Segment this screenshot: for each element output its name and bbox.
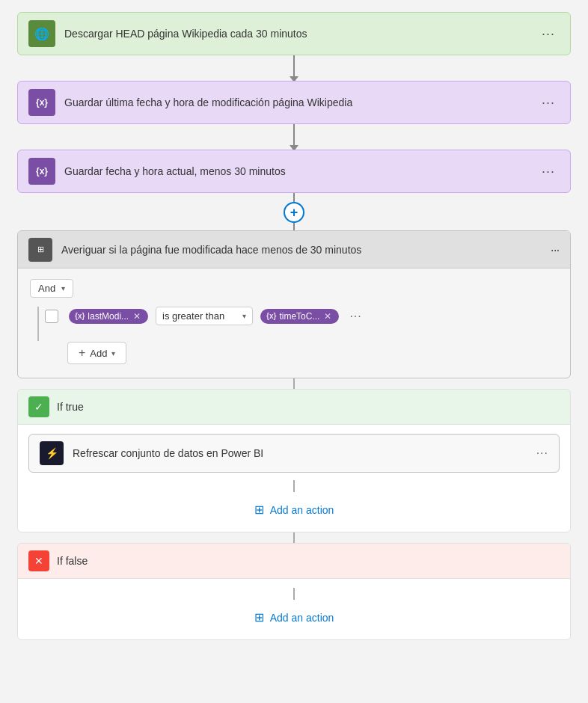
- step3-more-button[interactable]: ···: [537, 161, 560, 182]
- step-card-1: 🌐 Descargar HEAD página Wikipedia cada 3…: [17, 12, 571, 55]
- add-action-true-button[interactable]: ⊞ Add an action: [254, 500, 334, 520]
- step3-icon: {x}: [28, 158, 55, 185]
- branch-false-header: ✕ If false: [18, 544, 570, 578]
- power-bi-icon: ⚡: [40, 441, 64, 465]
- step-card-3: {x} Guardar fecha y hora actual, menos 3…: [17, 150, 571, 193]
- arrow-3: [293, 378, 295, 389]
- arrow-5: [293, 532, 295, 543]
- step2-label: Guardar última fecha y hora de modificac…: [64, 96, 537, 108]
- add-action-true-icon: ⊞: [254, 503, 264, 517]
- branch-true-body: ⚡ Refrescar conjunto de datos en Power B…: [18, 424, 570, 532]
- condition-label: Averiguar si la página fue modificada ha…: [61, 244, 551, 256]
- add-action-false-icon: ⊞: [254, 610, 264, 624]
- branch-false-body: ⊞ Add an action: [18, 578, 570, 639]
- step1-icon: 🌐: [28, 20, 55, 47]
- chip2-close-icon[interactable]: ✕: [324, 311, 331, 322]
- power-bi-label: Refrescar conjunto de datos en Power BI: [73, 447, 536, 459]
- branch-false-label: If false: [57, 555, 88, 567]
- branch-true-label: If true: [57, 401, 84, 413]
- operator-dropdown[interactable]: is greater than ▾: [156, 307, 253, 325]
- step1-more-button[interactable]: ···: [537, 23, 560, 45]
- step1-label: Descargar HEAD página Wikipedia cada 30 …: [64, 28, 537, 40]
- arrow-4: [293, 480, 295, 492]
- true-check-icon: ✓: [28, 396, 49, 417]
- branch-true-section: ✓ If true ⚡ Refrescar conjunto de datos …: [17, 389, 571, 532]
- add-action-false-button[interactable]: ⊞ Add an action: [254, 607, 334, 627]
- chip-2: {x} timeToC... ✕: [260, 309, 339, 324]
- vertical-line: [37, 307, 39, 341]
- add-row-plus-icon: +: [79, 346, 85, 360]
- arrow-2: [293, 124, 295, 147]
- and-chevron-icon: ▾: [61, 284, 65, 292]
- row-more-button[interactable]: ···: [346, 308, 364, 325]
- chip1-close-icon[interactable]: ✕: [133, 311, 141, 322]
- power-bi-more-button[interactable]: ···: [536, 446, 548, 460]
- condition-more-button[interactable]: ···: [551, 244, 560, 256]
- step2-more-button[interactable]: ···: [537, 92, 560, 114]
- operator-chevron-icon: ▾: [242, 312, 246, 320]
- arrow-1: [293, 55, 295, 78]
- branch-false-section: ✕ If false ⊞ Add an action: [17, 543, 571, 640]
- step-card-2: {x} Guardar última fecha y hora de modif…: [17, 81, 571, 124]
- step3-label: Guardar fecha y hora actual, menos 30 mi…: [64, 165, 537, 177]
- arrow-6: [293, 588, 295, 600]
- branch-true-header: ✓ If true: [18, 390, 570, 424]
- condition-header: ⊞ Averiguar si la página fue modificada …: [18, 231, 570, 268]
- add-row-chevron-icon: ▾: [111, 349, 115, 357]
- flow-container: 🌐 Descargar HEAD página Wikipedia cada 3…: [15, 12, 573, 640]
- condition-icon: ⊞: [28, 238, 52, 262]
- condition-block: ⊞ Averiguar si la página fue modificada …: [17, 230, 571, 378]
- add-step-button[interactable]: +: [284, 202, 304, 223]
- add-row-button[interactable]: + Add ▾: [67, 342, 126, 364]
- and-dropdown[interactable]: And ▾: [30, 279, 73, 298]
- condition-body: And ▾ {x} lastModi... ✕: [18, 268, 570, 378]
- false-x-icon: ✕: [28, 550, 49, 571]
- power-bi-card: ⚡ Refrescar conjunto de datos en Power B…: [28, 434, 560, 473]
- step2-icon: {x}: [28, 89, 55, 116]
- chip-1: {x} lastModi... ✕: [69, 309, 148, 324]
- condition-checkbox[interactable]: [45, 310, 58, 323]
- condition-row: {x} lastModi... ✕ is greater than ▾ {x}: [45, 307, 558, 325]
